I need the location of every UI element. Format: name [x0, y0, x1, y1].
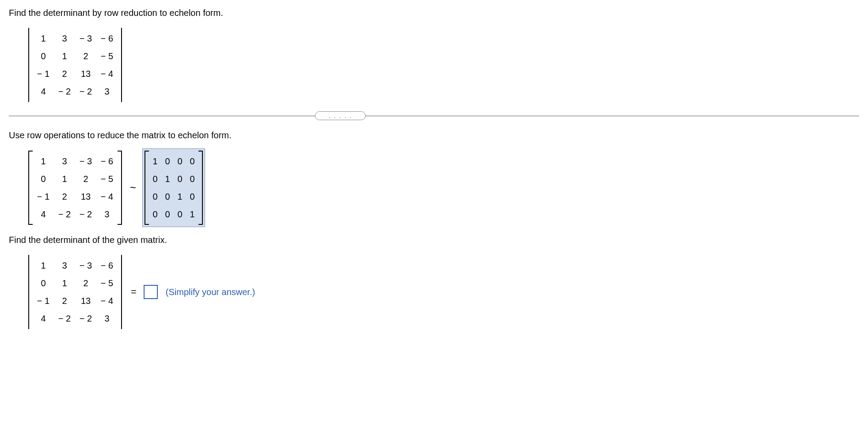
ma-r3c2: 0 [177, 209, 182, 220]
m3-r0c0: 1 [41, 261, 46, 271]
m2-r0c2: − 3 [80, 156, 92, 167]
ma-r1c2: 0 [177, 174, 182, 184]
m2-r3c2: − 2 [80, 209, 92, 220]
section-divider: . . . . . [9, 109, 859, 122]
determinant-answer-input[interactable] [144, 285, 158, 299]
m2-r2c2: 13 [81, 192, 91, 202]
m3-r1c1: 1 [62, 278, 67, 288]
ma-r1c0: 0 [152, 174, 157, 184]
m2-r1c0: 0 [41, 174, 46, 184]
ma-r2c2: 1 [177, 192, 182, 202]
divider-expand-button[interactable]: . . . . . [315, 111, 366, 120]
m1-r1c3: − 5 [101, 51, 113, 61]
ma-r0c2: 0 [177, 156, 182, 167]
m1-r1c2: 2 [83, 51, 88, 61]
m3-r1c3: − 5 [101, 278, 113, 288]
m3-r2c3: − 4 [101, 296, 113, 306]
m3-r3c0: 4 [41, 314, 46, 324]
m1-r3c2: − 2 [80, 87, 92, 97]
m3-r0c1: 3 [62, 261, 67, 271]
matrix-original: 1 3 − 3 − 6 0 1 2 − 5 − 1 2 13 − 4 4 − 2… [27, 149, 124, 227]
m1-r2c2: 13 [81, 69, 91, 79]
m1-r0c0: 1 [41, 34, 46, 44]
m1-r0c3: − 6 [101, 34, 113, 44]
m3-r0c3: − 6 [101, 261, 113, 271]
determinant-matrix-1: 1 3 − 3 − 6 0 1 2 − 5 − 1 2 13 − 4 4 − 2… [27, 26, 859, 104]
ma-r3c3: 1 [190, 209, 194, 220]
m1-r2c3: − 4 [101, 69, 113, 79]
matrix-det-3: 1 3 − 3 − 6 0 1 2 − 5 − 1 2 13 − 4 4 − 2… [27, 253, 124, 331]
m2-r3c0: 4 [41, 209, 46, 220]
m2-r0c0: 1 [41, 156, 46, 167]
ma-r3c1: 0 [165, 209, 170, 220]
divider-line [9, 116, 859, 116]
m2-r2c1: 2 [62, 192, 67, 202]
m3-r3c2: − 2 [80, 314, 92, 324]
matrix-det-1: 1 3 − 3 − 6 0 1 2 − 5 − 1 2 13 − 4 4 − 2… [27, 26, 124, 104]
ma-r1c3: 0 [190, 174, 194, 184]
m2-r1c1: 1 [62, 174, 67, 184]
m2-r2c3: − 4 [101, 192, 113, 202]
m1-r1c1: 1 [62, 51, 67, 61]
m2-r3c1: − 2 [58, 209, 71, 220]
ma-r1c1: 1 [165, 174, 170, 184]
m2-r1c3: − 5 [101, 174, 113, 184]
echelon-answer-matrix[interactable]: 1 0 0 0 0 1 0 0 0 0 1 0 0 0 0 1 [142, 148, 205, 227]
ma-r3c0: 0 [152, 209, 157, 220]
row-reduction-expression: 1 3 − 3 − 6 0 1 2 − 5 − 1 2 13 − 4 4 − 2… [27, 148, 859, 227]
ma-r2c0: 0 [152, 192, 157, 202]
m1-r0c2: − 3 [80, 34, 92, 44]
equals-sign: = [128, 286, 139, 298]
m3-r2c0: − 1 [37, 296, 49, 306]
ma-r0c1: 0 [165, 156, 170, 167]
m1-r3c1: − 2 [58, 87, 71, 97]
m1-r2c1: 2 [62, 69, 67, 79]
answer-hint: (Simplify your answer.) [166, 287, 255, 297]
m2-r0c3: − 6 [101, 156, 113, 167]
m1-r0c1: 3 [62, 34, 67, 44]
determinant-equation: 1 3 − 3 − 6 0 1 2 − 5 − 1 2 13 − 4 4 − 2… [27, 253, 859, 331]
m3-r1c2: 2 [83, 278, 88, 288]
m1-r3c3: 3 [104, 87, 109, 97]
question-2-text: Use row operations to reduce the matrix … [9, 130, 859, 140]
row-equivalent-symbol: ~ [128, 182, 138, 194]
ma-r2c3: 0 [190, 192, 194, 202]
question-3-text: Find the determinant of the given matrix… [9, 235, 859, 245]
ma-r0c0: 1 [152, 156, 157, 167]
m1-r2c0: − 1 [37, 69, 49, 79]
m2-r2c0: − 1 [37, 192, 49, 202]
m3-r2c2: 13 [81, 296, 91, 306]
m1-r3c0: 4 [41, 87, 46, 97]
m1-r1c0: 0 [41, 51, 46, 61]
m2-r3c3: 3 [104, 209, 109, 220]
m3-r1c0: 0 [41, 278, 46, 288]
ma-r2c1: 0 [165, 192, 170, 202]
m3-r0c2: − 3 [80, 261, 92, 271]
m3-r3c3: 3 [104, 314, 109, 324]
m2-r0c1: 3 [62, 156, 67, 167]
ma-r0c3: 0 [190, 156, 194, 167]
question-1-text: Find the determinant by row reduction to… [9, 8, 859, 18]
m3-r3c1: − 2 [58, 314, 71, 324]
m3-r2c1: 2 [62, 296, 67, 306]
m2-r1c2: 2 [83, 174, 88, 184]
